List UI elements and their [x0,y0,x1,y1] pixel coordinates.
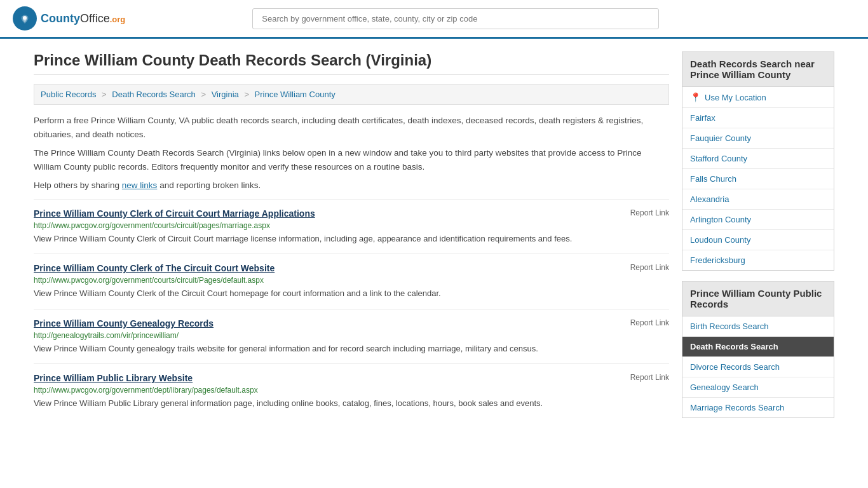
logo-text: CountyOffice.org [41,12,125,25]
logo-icon [13,6,37,30]
breadcrumb-public-records[interactable]: Public Records [41,90,96,99]
public-record-link[interactable]: Divorce Records Search [682,357,834,377]
report-link[interactable]: Report Link [630,208,669,217]
sidebar-nearby-item: Falls Church [682,169,834,189]
nearby-link[interactable]: Falls Church [682,169,834,189]
sidebar-nearby-item: Fairfax [682,108,834,128]
public-records-title: Prince William County Public Records [682,281,834,316]
nearby-title: Death Records Search near Prince William… [682,51,834,87]
sidebar-public-record-item: Death Records Search [682,337,834,357]
use-my-location-link[interactable]: 📍Use My Location [682,87,834,107]
search-input[interactable] [252,8,659,29]
public-record-link[interactable]: Marriage Records Search [682,398,834,417]
report-link[interactable]: Report Link [630,263,669,272]
svg-point-1 [23,16,27,20]
sidebar-nearby-item: Fredericksburg [682,250,834,270]
sidebar-nearby-item: Loudoun County [682,230,834,250]
record-title[interactable]: Prince William County Clerk of Circuit C… [34,208,315,219]
report-link[interactable]: Report Link [630,318,669,327]
location-icon: 📍 [690,92,701,102]
record-header: Prince William Public Library Website Re… [34,373,669,383]
public-record-link[interactable]: Death Records Search [682,337,834,356]
record-desc: View Prince William County Clerk of Circ… [34,233,669,245]
sidebar-nearby-item: Arlington County [682,210,834,230]
record-item: Prince William County Genealogy Records … [34,309,669,364]
record-title[interactable]: Prince William Public Library Website [34,373,193,383]
sidebar-nearby-item: Fauquier County [682,128,834,149]
public-records-links: Birth Records SearchDeath Records Search… [682,316,834,418]
new-links-link[interactable]: new links [122,180,158,190]
sidebar-public-record-item: Birth Records Search [682,316,834,337]
record-url[interactable]: http://www.pwcgov.org/government/courts/… [34,221,669,230]
record-desc: View Prince William County genealogy tra… [34,342,669,355]
record-item: Prince William County Clerk of Circuit C… [34,199,669,254]
sidebar-nearby-item: 📍Use My Location [682,87,834,108]
desc-para-3: Help others by sharing new links and rep… [34,179,669,193]
record-header: Prince William County Genealogy Records … [34,318,669,329]
page-title: Prince William County Death Records Sear… [34,51,669,75]
nearby-link[interactable]: Fauquier County [682,128,834,148]
sidebar-nearby-item: Alexandria [682,189,834,210]
record-url[interactable]: http://www.pwcgov.org/government/dept/li… [34,386,669,395]
record-url[interactable]: http://www.pwcgov.org/government/courts/… [34,276,669,285]
record-item: Prince William Public Library Website Re… [34,363,669,419]
record-header: Prince William County Clerk of The Circu… [34,263,669,273]
breadcrumb-sep-2: > [201,90,206,99]
report-link[interactable]: Report Link [630,373,669,382]
record-desc: View Prince William County Clerk of the … [34,287,669,300]
public-record-link[interactable]: Birth Records Search [682,316,834,336]
record-url[interactable]: http://genealogytrails.com/vir/princewil… [34,331,669,340]
nearby-link[interactable]: Loudoun County [682,230,834,250]
search-bar [252,8,659,29]
nearby-link[interactable]: Arlington County [682,210,834,229]
content-area: Prince William County Death Records Sear… [34,51,669,428]
breadcrumb: Public Records > Death Records Search > … [34,84,669,105]
sidebar-public-record-item: Divorce Records Search [682,357,834,377]
sidebar-nearby-item: Stafford County [682,149,834,169]
sidebar-public-record-item: Genealogy Search [682,377,834,398]
record-item: Prince William County Clerk of The Circu… [34,254,669,309]
desc-para-2: The Prince William County Death Records … [34,146,669,173]
breadcrumb-death-records[interactable]: Death Records Search [112,90,196,99]
record-title[interactable]: Prince William County Genealogy Records [34,318,214,329]
desc-para-1: Perform a free Prince William County, VA… [34,114,669,141]
record-desc: View Prince William Public Library gener… [34,397,669,410]
nearby-link[interactable]: Fredericksburg [682,250,834,270]
sidebar-public-record-item: Marriage Records Search [682,398,834,417]
main-container: Prince William County Death Records Sear… [21,39,847,441]
breadcrumb-sep-3: > [244,90,249,99]
breadcrumb-virginia[interactable]: Virginia [212,90,239,99]
records-list: Prince William County Clerk of Circuit C… [34,199,669,419]
sidebar: Death Records Search near Prince William… [682,51,834,428]
record-header: Prince William County Clerk of Circuit C… [34,208,669,219]
nearby-links: 📍Use My LocationFairfaxFauquier CountySt… [682,87,834,271]
public-record-link[interactable]: Genealogy Search [682,377,834,397]
nearby-link[interactable]: Fairfax [682,108,834,128]
nearby-link[interactable]: Alexandria [682,189,834,209]
breadcrumb-sep-1: > [102,90,107,99]
record-title[interactable]: Prince William County Clerk of The Circu… [34,263,275,273]
logo[interactable]: CountyOffice.org [13,6,125,30]
description: Perform a free Prince William County, VA… [34,114,669,193]
nearby-link[interactable]: Stafford County [682,149,834,168]
header: CountyOffice.org [0,0,868,39]
breadcrumb-prince-william[interactable]: Prince William County [255,90,336,99]
